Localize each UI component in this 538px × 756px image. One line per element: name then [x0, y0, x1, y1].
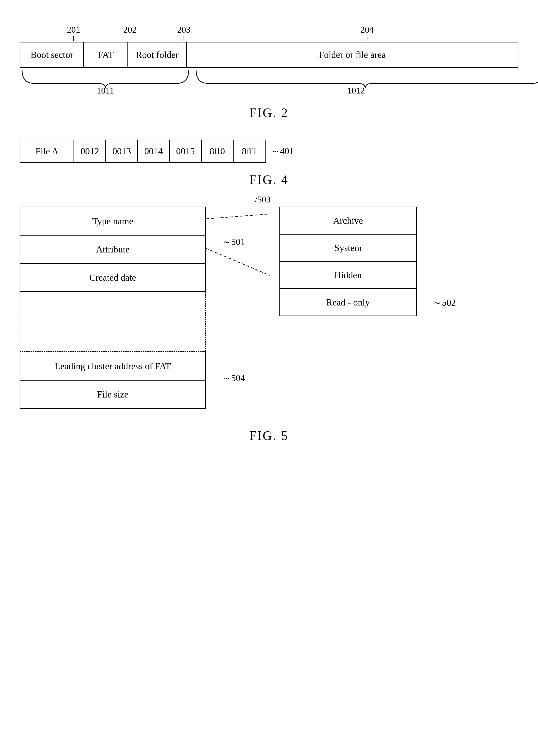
svg-line-1 — [206, 248, 270, 275]
fig4-box-0013: 0013 — [106, 140, 138, 162]
fig5-dashed-lines-svg — [206, 207, 279, 378]
fig5-box-archive: Archive — [280, 207, 416, 234]
fig2-number-labels: 201 202 203 204 — [20, 25, 518, 35]
fig5-box-attribute: Attribute — [20, 235, 205, 264]
fig2-num-201: 201 — [67, 25, 80, 34]
fig5-right-panel: Archive System Hidden Read - only ～502 — [279, 207, 417, 316]
fig5-box-created-date: Created date — [20, 264, 205, 291]
fig4-box-filea: File A — [20, 140, 74, 162]
fig5-box-type-name: Type name — [20, 207, 205, 235]
fig5-section: Type name Attribute Created date Leading — [20, 207, 518, 443]
fig5-label-502: ～502 — [433, 296, 456, 309]
fig2-box-root-folder: Root folder — [128, 42, 187, 67]
fig2-section: 201 202 203 204 Boot sector FAT Root fol… — [20, 25, 518, 120]
fig4-row: File A 0012 0013 0014 0015 8ff0 8ff1 ～40… — [20, 140, 518, 163]
fig5-left-top-boxes: Type name Attribute Created date — [20, 207, 206, 292]
fig2-brace-label-1012: 1012 — [347, 86, 365, 95]
fig4-box-8ff1: 8ff1 — [234, 140, 265, 162]
fig4-box-0015: 0015 — [170, 140, 202, 162]
fig2-box-fat: FAT — [84, 42, 128, 67]
fig4-section: File A 0012 0013 0014 0015 8ff0 8ff1 ～40… — [20, 140, 518, 187]
fig5-left-panel: Type name Attribute Created date Leading — [20, 207, 206, 409]
fig5-box-read-only: Read - only — [280, 289, 416, 316]
fig5-wrapper: Type name Attribute Created date Leading — [20, 207, 518, 409]
fig5-left-bottom-boxes: Leading cluster address of FAT File size — [20, 351, 206, 409]
fig2-num-202: 202 — [123, 25, 136, 34]
fig4-caption: FIG. 4 — [20, 172, 518, 187]
fig5-box-system: System — [280, 234, 416, 262]
fig2-num-203: 203 — [177, 25, 190, 34]
fig2-brace-label-1011: 1011 — [97, 86, 114, 95]
fig4-box-8ff0: 8ff0 — [202, 140, 234, 162]
fig4-boxes: File A 0012 0013 0014 0015 8ff0 8ff1 — [20, 140, 266, 163]
fig5-caption: FIG. 5 — [20, 428, 518, 443]
fig2-num-204: 204 — [360, 25, 374, 34]
fig5-right-boxes: Archive System Hidden Read - only — [279, 207, 417, 316]
fig5-layout: Type name Attribute Created date Leading — [20, 207, 518, 409]
fig4-ref-401: ～401 — [271, 145, 294, 157]
fig5-box-hidden: Hidden — [280, 262, 416, 289]
fig4-box-0014: 0014 — [138, 140, 170, 162]
svg-line-0 — [206, 214, 270, 219]
fig4-box-0012: 0012 — [74, 140, 106, 162]
fig5-box-leading-cluster: Leading cluster address of FAT — [20, 352, 205, 381]
fig2-box-folder-file-area: Folder or file area — [187, 42, 518, 67]
fig5-box-file-size: File size — [20, 381, 205, 408]
fig2-box-boot-sector: Boot sector — [20, 42, 84, 67]
fig2-caption: FIG. 2 — [20, 105, 518, 120]
fig5-dashed-middle — [20, 292, 206, 351]
fig5-label-503-text: /503 — [255, 194, 271, 205]
fig2-boxes: Boot sector FAT Root folder Folder or fi… — [20, 42, 518, 68]
